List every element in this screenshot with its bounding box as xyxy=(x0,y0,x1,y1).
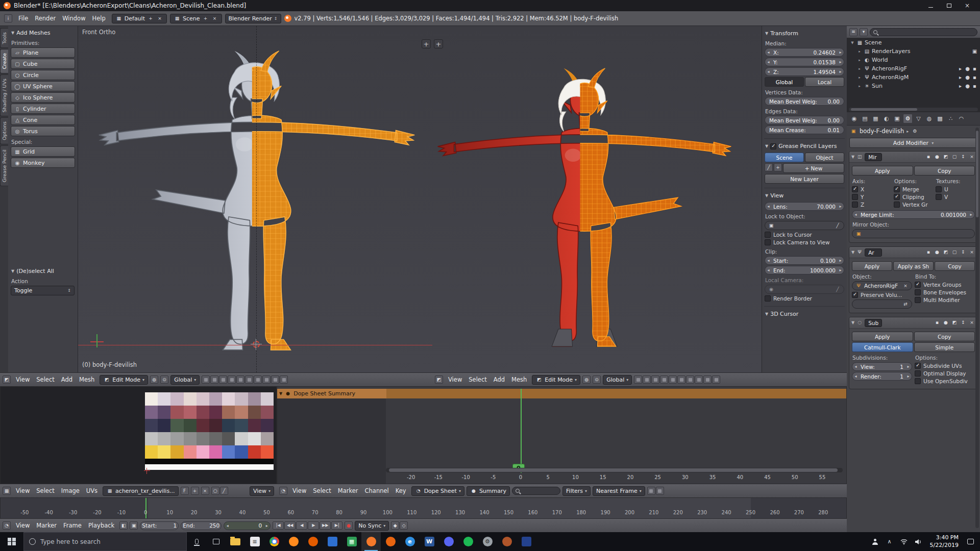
mode-dropdown[interactable]: ◩Edit Mode▾ xyxy=(100,375,148,385)
add-grid-button[interactable]: ▦Grid xyxy=(11,146,75,157)
info-menu-render[interactable]: Render xyxy=(32,15,59,22)
dope-mode-dropdown[interactable]: ◔Dope Sheet▾ xyxy=(411,486,464,496)
median-y-field[interactable]: ◂Y:0.01538▸ xyxy=(765,58,844,66)
orientation-dropdown[interactable]: Global▾ xyxy=(170,375,200,385)
grease-pencil-checkbox[interactable] xyxy=(770,143,776,149)
uv-menu-select[interactable]: Select xyxy=(33,487,57,494)
clear-object-icon[interactable]: × xyxy=(902,282,909,289)
manipulator-scale-icon[interactable] xyxy=(219,375,227,384)
start-button[interactable] xyxy=(0,532,23,551)
volume-icon[interactable] xyxy=(912,532,925,551)
expand-properties-region-button[interactable]: + xyxy=(422,39,431,48)
local-button[interactable]: Local xyxy=(805,77,844,87)
add-torus-button[interactable]: ◎Torus xyxy=(11,126,75,136)
tl-menu-marker[interactable]: Marker xyxy=(33,522,60,529)
outliner-scrollbar[interactable] xyxy=(849,108,978,111)
toggle-cage-icon[interactable]: ▢ xyxy=(951,249,958,256)
clip-start-field[interactable]: ◂Start:0.100▸ xyxy=(765,256,844,265)
close-button[interactable]: × xyxy=(958,0,976,11)
clip-end-field[interactable]: ◂End:1000.000▸ xyxy=(765,266,844,274)
minimize-button[interactable] xyxy=(921,0,940,11)
add-monkey-button[interactable]: ◉Monkey xyxy=(11,158,75,168)
axis-z-checkbox[interactable] xyxy=(852,202,858,208)
outliner-item-acheronrigm[interactable]: ▸ΨAcheronRigM▸●▪ xyxy=(847,73,980,82)
outliner-search-field[interactable] xyxy=(870,28,977,36)
autokey-icon[interactable]: ◆ xyxy=(391,521,399,530)
copy-button[interactable]: Copy xyxy=(914,332,975,341)
median-x-field[interactable]: ◂X:0.24602▸ xyxy=(765,48,844,57)
editor-type-3d-view-icon[interactable]: ◩ xyxy=(435,375,443,384)
filters-dropdown[interactable]: Filters▾ xyxy=(562,486,591,496)
simple-button[interactable]: Simple xyxy=(914,342,975,352)
info-menu-window[interactable]: Window xyxy=(59,15,88,22)
app-spotify[interactable] xyxy=(458,532,478,551)
info-menu-help[interactable]: Help xyxy=(89,15,109,22)
uv-menu-view[interactable]: View xyxy=(13,487,33,494)
vpr-menu-view[interactable]: View xyxy=(445,376,465,383)
toggle-eye-icon[interactable]: ● xyxy=(942,319,949,327)
model-left[interactable] xyxy=(78,44,432,372)
restrict-view-icon[interactable]: ● xyxy=(964,65,971,72)
notification-center-icon[interactable] xyxy=(964,532,977,551)
paint-brush-icon[interactable]: ╱ xyxy=(220,487,228,495)
toggle-render-icon[interactable]: ▪ xyxy=(925,249,932,256)
vpl-menu-view[interactable]: View xyxy=(13,376,33,383)
manipulator-rotate-icon[interactable] xyxy=(643,375,651,384)
modifier-subsurf-header[interactable]: ▼ ◌ Sub ▪ ● ◩ ↕ × xyxy=(849,317,977,329)
next-keyframe-button[interactable]: ▶▶ xyxy=(320,521,331,530)
move-modifier-icon[interactable]: ↕ xyxy=(960,319,967,327)
delete-modifier-icon[interactable]: × xyxy=(968,154,975,161)
delete-modifier-icon[interactable]: × xyxy=(968,249,975,256)
wifi-icon[interactable] xyxy=(897,532,911,551)
restrict-render-icon[interactable]: ▪ xyxy=(971,65,978,72)
tool-tab-shading-uvs[interactable]: Shading / UVs xyxy=(0,74,8,116)
bone-envelopes-checkbox[interactable] xyxy=(915,289,921,295)
new-image-icon[interactable]: + xyxy=(191,487,199,495)
task-view-button[interactable] xyxy=(206,532,226,551)
current-frame-line[interactable] xyxy=(521,389,522,473)
lock-object-field[interactable]: ▣╱ xyxy=(765,221,844,230)
app-firefox[interactable] xyxy=(284,532,303,551)
median-z-field[interactable]: ◂Z:1.49504▸ xyxy=(765,67,844,76)
app-discord[interactable] xyxy=(439,532,458,551)
vpr-menu-add[interactable]: Add xyxy=(491,376,508,383)
jump-to-start-button[interactable]: |◀ xyxy=(273,521,284,530)
outliner-item-acheronrigf[interactable]: ▸ΨAcheronRigF▸●▪ xyxy=(847,64,980,73)
info-menu-file[interactable]: File xyxy=(15,15,31,22)
tab-object-data-icon[interactable]: ▽ xyxy=(914,114,923,123)
mean-crease-slider[interactable]: Mean Crease:0.01 xyxy=(765,126,844,134)
panel-grease-pencil[interactable]: ▼Grease Pencil Layers xyxy=(765,141,844,152)
world-icon[interactable]: ◐ xyxy=(864,57,870,63)
viewport-shading-icon[interactable]: ◍ xyxy=(582,375,591,384)
apply-button[interactable]: Apply xyxy=(852,261,892,271)
tl-menu-playback[interactable]: Playback xyxy=(85,522,117,529)
copy-button[interactable]: Copy xyxy=(935,261,975,271)
orientation-dropdown[interactable]: Global▾ xyxy=(603,375,632,385)
gp-scene-button[interactable]: Scene xyxy=(765,153,804,162)
copy-keyframes-icon[interactable] xyxy=(647,487,655,495)
new-layer-button[interactable]: New Layer xyxy=(765,174,844,184)
opengl-render-icon[interactable] xyxy=(271,375,279,384)
image-mode-dropdown[interactable]: View▾ xyxy=(250,486,274,496)
snap-element-icon[interactable] xyxy=(245,375,253,384)
snap-target-icon[interactable] xyxy=(254,375,262,384)
apply-button[interactable]: Apply xyxy=(852,166,913,176)
tab-object-icon[interactable]: ▣ xyxy=(892,114,902,123)
proportional-editing-icon[interactable] xyxy=(262,375,271,384)
lock-to-cursor-checkbox[interactable] xyxy=(765,232,771,238)
people-icon[interactable] xyxy=(869,532,882,551)
catmull-clark-button[interactable]: Catmull-Clark xyxy=(852,342,913,352)
toggle-edit-icon[interactable]: ◩ xyxy=(951,319,958,327)
add-circle-button[interactable]: ○Circle xyxy=(11,70,75,80)
image-datablock-field[interactable]: ▦acheron_txr_devilis... xyxy=(103,486,179,496)
local-camera-field[interactable]: ◉╱ xyxy=(765,285,844,294)
restrict-view-icon[interactable]: ● xyxy=(964,74,971,81)
microphone-button[interactable] xyxy=(187,532,206,551)
gp-new-button[interactable]: +New xyxy=(783,163,844,173)
app-notepad[interactable]: ≡ xyxy=(245,532,264,551)
vpr-menu-mesh[interactable]: Mesh xyxy=(508,376,530,383)
tab-material-icon[interactable]: ◍ xyxy=(924,114,934,123)
tab-scene-icon[interactable]: ▦ xyxy=(871,114,880,123)
app-sheets[interactable]: ▦ xyxy=(342,532,361,551)
viewport-shading-icon[interactable]: ◍ xyxy=(150,375,158,384)
